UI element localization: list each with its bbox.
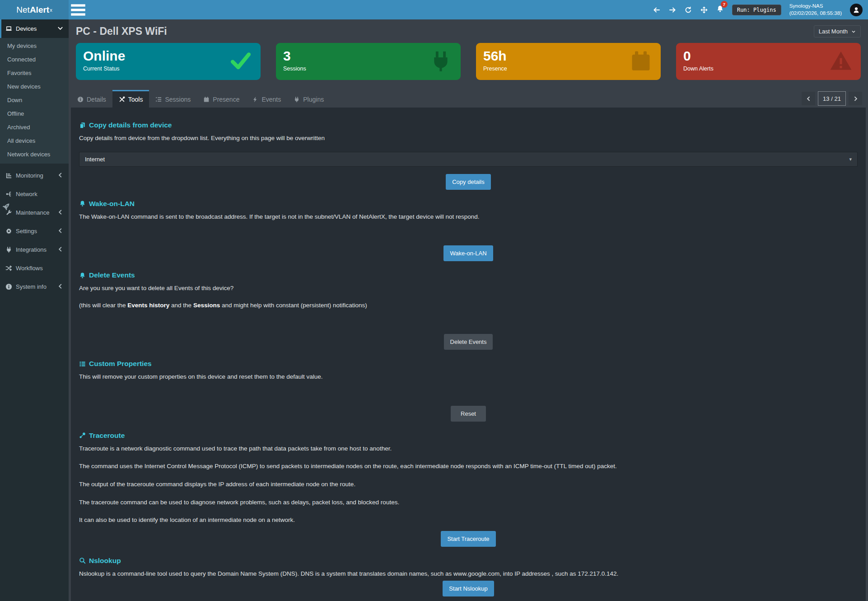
sessions-card[interactable]: 3 Sessions <box>276 43 461 80</box>
sidebar-item-archived[interactable]: Archived <box>0 120 69 134</box>
chevron-left-icon <box>57 246 64 254</box>
network-hub-icon <box>5 191 12 197</box>
tab-events[interactable]: Events <box>246 90 287 108</box>
info-icon <box>77 96 84 103</box>
bell-icon <box>79 200 86 207</box>
down-alerts-card[interactable]: 0 Down Alerts <box>676 43 861 80</box>
refresh-icon <box>685 6 692 14</box>
chevron-down-icon: ▾ <box>849 156 852 162</box>
sidebar-item-network[interactable]: Network <box>0 185 69 203</box>
device-pager: 13 / 21 <box>802 91 862 106</box>
delete-events-button[interactable]: Delete Events <box>444 334 493 350</box>
tab-sessions[interactable]: Sessions <box>149 90 197 108</box>
back-arrow-icon <box>653 6 660 14</box>
delete-events-question: Are you sure you want to delete all Even… <box>79 284 858 293</box>
top-navbar: NetAlertx 7 Run: Plugins Syno <box>0 0 868 19</box>
chevron-left-icon <box>57 227 64 235</box>
main-content: PC - Dell XPS WiFi Last Month Online Cur… <box>69 19 868 601</box>
chevron-right-icon <box>853 96 859 102</box>
sessions-value: 3 <box>283 48 453 64</box>
copy-details-button[interactable]: Copy details <box>446 174 491 190</box>
rocket-icon[interactable] <box>1 202 10 211</box>
down-alerts-label: Down Alerts <box>683 66 854 72</box>
sidebar-item-offline[interactable]: Offline <box>0 107 69 120</box>
sidebar-item-label: Workflows <box>16 265 43 272</box>
sidebar: Devices My devices Connected Favorites N… <box>0 19 69 601</box>
sidebar-item-down[interactable]: Down <box>0 93 69 107</box>
sidebar-item-label: Maintenance <box>16 209 49 216</box>
traceroute-paragraph: The traceroute command can be used to di… <box>79 498 858 507</box>
forward-arrow-icon <box>669 6 676 14</box>
run-plugins-button[interactable]: Run: Plugins <box>732 5 781 15</box>
sidebar-item-label: Devices <box>16 25 37 32</box>
reset-button[interactable]: Reset <box>451 406 486 422</box>
host-timestamp: (02/02/2026, 08:55:38) <box>789 10 842 17</box>
brand-net: Net <box>16 5 30 15</box>
devices-submenu: My devices Connected Favorites New devic… <box>0 38 69 164</box>
refresh-button[interactable] <box>685 6 692 14</box>
pager-next-button[interactable] <box>849 92 862 105</box>
tab-tools[interactable]: Tools <box>112 90 149 108</box>
traceroute-paragraph: It can also be used to identify the loca… <box>79 516 858 525</box>
wake-on-lan-button[interactable]: Wake-on-LAN <box>443 245 493 261</box>
back-button[interactable] <box>653 6 661 14</box>
copy-details-section-title: Copy details from device <box>79 121 858 129</box>
page-title: PC - Dell XPS WiFi <box>76 25 167 38</box>
move-icon <box>700 6 708 14</box>
notifications-button[interactable]: 7 <box>716 5 724 14</box>
tab-label: Presence <box>213 96 239 103</box>
tab-plugins[interactable]: Plugins <box>287 90 330 108</box>
app-logo[interactable]: NetAlertx <box>0 0 69 19</box>
tab-presence[interactable]: Presence <box>197 90 246 108</box>
forward-button[interactable] <box>669 6 677 14</box>
presence-card[interactable]: 56h Presence <box>476 43 661 80</box>
copy-icon <box>79 122 86 129</box>
move-button[interactable] <box>700 6 708 14</box>
copy-details-description: Copy details from device from the dropdo… <box>79 134 858 143</box>
sidebar-item-workflows[interactable]: Workflows <box>0 259 69 277</box>
sidebar-item-devices[interactable]: Devices <box>0 19 69 38</box>
current-status-card[interactable]: Online Current Status <box>76 43 261 80</box>
nslookup-description: Nslookup is a command-line tool used to … <box>79 569 858 578</box>
check-icon <box>229 49 252 75</box>
tab-label: Plugins <box>303 96 324 103</box>
warning-triangle-icon <box>829 49 853 75</box>
pager-position: 13 / 21 <box>818 91 846 106</box>
user-avatar[interactable] <box>850 4 863 16</box>
sidebar-item-label: Integrations <box>16 246 47 253</box>
sidebar-item-monitoring[interactable]: Monitoring <box>0 166 69 185</box>
sidebar-toggle-button[interactable] <box>69 0 88 19</box>
delete-events-note: (this will clear the Events history and … <box>79 301 858 310</box>
start-traceroute-button[interactable]: Start Traceroute <box>441 531 495 547</box>
tab-details[interactable]: Details <box>71 90 112 108</box>
presence-label: Presence <box>483 66 653 72</box>
sidebar-item-network-devices[interactable]: Network devices <box>0 147 69 161</box>
tools-icon <box>119 96 125 103</box>
sidebar-item-connected[interactable]: Connected <box>0 52 69 66</box>
notification-badge: 7 <box>721 1 728 8</box>
sidebar-item-all-devices[interactable]: All devices <box>0 134 69 147</box>
bolt-icon <box>252 96 258 103</box>
chevron-left-icon <box>57 209 64 217</box>
custom-properties-description: This will remove your custom properties … <box>79 372 858 381</box>
sidebar-item-new-devices[interactable]: New devices <box>0 80 69 93</box>
sidebar-item-label: Settings <box>16 228 37 235</box>
sidebar-item-label: Network <box>16 191 37 197</box>
tab-label: Sessions <box>165 96 191 103</box>
host-info: Synology-NAS (02/02/2026, 08:55:38) <box>789 3 842 17</box>
pager-prev-button[interactable] <box>802 92 815 105</box>
delete-events-section-title: Delete Events <box>79 271 858 279</box>
period-selector[interactable]: Last Month <box>814 25 861 38</box>
copy-source-select[interactable]: Internet ▾ <box>79 152 858 167</box>
start-nslookup-button[interactable]: Start Nslookup <box>443 581 494 596</box>
custom-properties-section-title: Custom Properties <box>79 360 858 368</box>
sidebar-item-integrations[interactable]: Integrations <box>0 240 69 259</box>
info-circle-icon <box>5 283 12 290</box>
sidebar-item-my-devices[interactable]: My devices <box>0 39 69 52</box>
host-name: Synology-NAS <box>789 3 842 10</box>
sidebar-item-settings[interactable]: Settings <box>0 222 69 240</box>
tab-bar: Details Tools Sessions Presence Events <box>71 90 866 108</box>
sidebar-item-system-info[interactable]: System info <box>0 277 69 296</box>
sidebar-item-favorites[interactable]: Favorites <box>0 66 69 80</box>
chevron-left-icon <box>57 172 64 180</box>
